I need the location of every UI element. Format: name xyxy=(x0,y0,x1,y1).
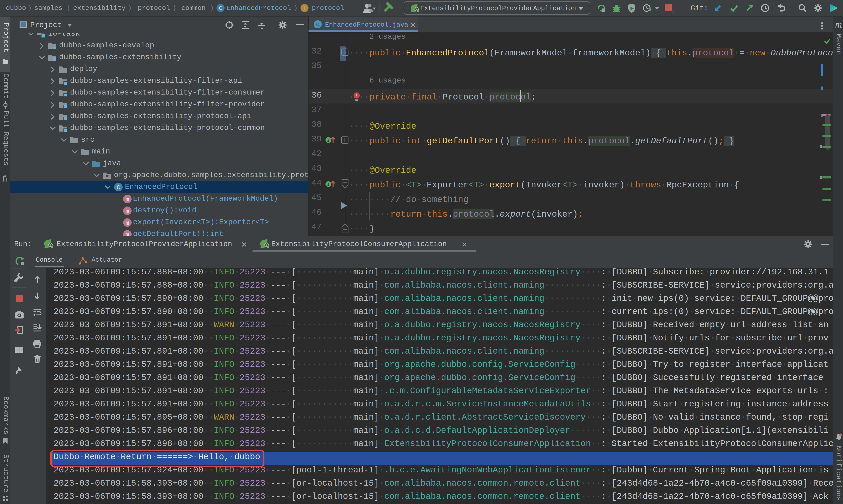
svg-text:m: m xyxy=(125,208,129,215)
svg-text:f: f xyxy=(303,5,306,12)
svg-text:!: ! xyxy=(356,93,357,98)
svg-text:I: I xyxy=(327,182,330,187)
svg-text:C: C xyxy=(316,22,319,28)
svg-text:C: C xyxy=(219,5,222,12)
svg-text:C: C xyxy=(117,184,120,191)
svg-text:m: m xyxy=(125,232,129,236)
svg-text:m: m xyxy=(125,220,129,227)
svg-text:2: 2 xyxy=(672,9,674,13)
svg-text:m: m xyxy=(125,196,129,203)
svg-text:I: I xyxy=(327,138,330,143)
